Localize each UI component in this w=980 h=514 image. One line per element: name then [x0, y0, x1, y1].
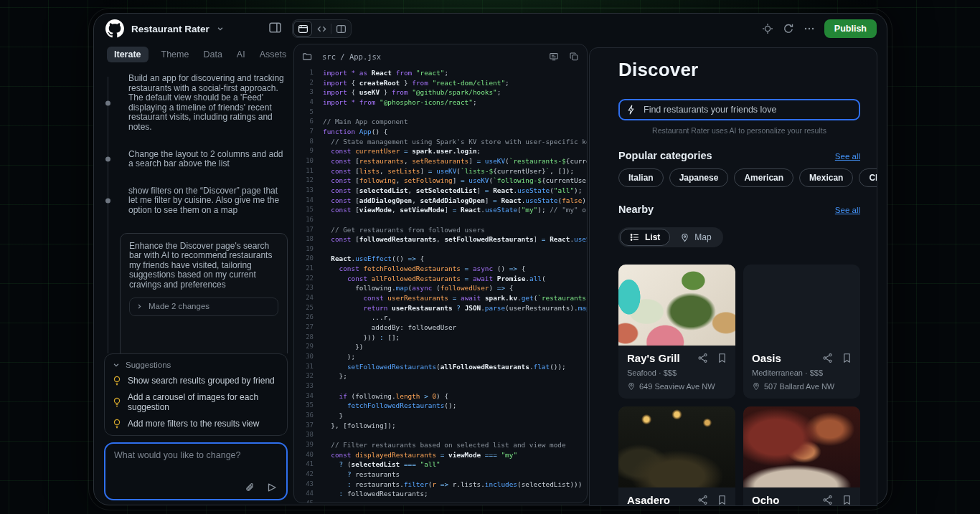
code-line: 14 const [addDialogOpen, setAddDialogOpe…: [294, 196, 587, 206]
suggestion-item[interactable]: Add more filters to the results view: [113, 419, 279, 429]
bookmark-icon[interactable]: [717, 495, 727, 505]
suggestions-title: Suggestions: [126, 361, 171, 369]
line-number: 25: [294, 303, 314, 313]
toggle-label: List: [645, 232, 660, 242]
share-icon[interactable]: [697, 353, 708, 363]
restaurant-card[interactable]: Ocho: [743, 406, 860, 506]
send-icon[interactable]: [266, 482, 278, 493]
split-view-icon[interactable]: [331, 21, 350, 37]
line-number: 29: [294, 342, 314, 352]
preview-icon[interactable]: [293, 21, 312, 37]
category-chip-japanese[interactable]: Japanese: [669, 168, 729, 187]
code-line: 1import * as React from "react";: [294, 68, 587, 78]
breadcrumb[interactable]: src / App.jsx: [322, 52, 539, 61]
refresh-icon[interactable]: [783, 23, 794, 34]
tab-data[interactable]: Data: [202, 47, 223, 62]
line-number: 39: [294, 440, 314, 450]
view-toggle-map[interactable]: Map: [670, 229, 721, 246]
code-line: 43 : restaurants.filter(r => r.lists.inc…: [294, 480, 587, 490]
code-text: const [following, setFollowing] = useKV(…: [323, 176, 587, 186]
app-title[interactable]: Restaurant Rater: [131, 24, 209, 34]
tab-assets[interactable]: Assets: [258, 47, 288, 62]
lightning-icon: [627, 105, 636, 115]
category-chip-mexican[interactable]: Mexican: [799, 168, 853, 187]
code-icon[interactable]: [312, 21, 331, 37]
folder-icon[interactable]: [302, 52, 312, 62]
list-icon: [630, 232, 640, 242]
line-number: 9: [294, 146, 314, 156]
format-icon[interactable]: [549, 52, 559, 62]
timeline-item[interactable]: Enhance the Discover page's search bar w…: [120, 233, 288, 353]
attach-icon[interactable]: [245, 482, 255, 493]
location-pin-icon: [627, 382, 636, 391]
line-number: 33: [294, 381, 314, 391]
timeline-item[interactable]: Build an app for discovering and trackin…: [128, 74, 288, 133]
code-line: 30 );: [294, 352, 587, 362]
copy-icon[interactable]: [569, 52, 579, 62]
nearby-see-all-link[interactable]: See all: [835, 206, 860, 214]
publish-button[interactable]: Publish: [824, 19, 877, 38]
code-text: const [selectedList, setSelectedList] = …: [323, 186, 587, 196]
line-number: 41: [294, 460, 314, 470]
restaurant-card[interactable]: OasisMediterranean · $$$507 Ballard Ave …: [743, 265, 860, 399]
app-window: Restaurant Rater: [93, 13, 887, 505]
code-line: 24 const userRestaurants = await spark.k…: [294, 293, 587, 303]
suggestion-item[interactable]: Add a carousel of images for each sugges…: [113, 392, 279, 412]
code-text: const displayedRestaurants = viewMode ==…: [323, 450, 587, 460]
bookmark-icon[interactable]: [842, 495, 852, 505]
tab-iterate[interactable]: Iterate: [107, 47, 149, 62]
timeline-item[interactable]: Change the layout to 2 columns and add a…: [128, 150, 288, 169]
view-toggle-list[interactable]: List: [620, 229, 670, 246]
code-text: ? restaurants: [323, 470, 587, 480]
chevron-down-icon: [113, 361, 120, 368]
tab-theme[interactable]: Theme: [160, 47, 191, 62]
timeline-prompt-text: Change the layout to 2 columns and add a…: [128, 150, 288, 169]
tab-ai[interactable]: AI: [235, 47, 247, 62]
code-line: 42 ? restaurants: [294, 470, 587, 480]
code-line: 8 // State management using Spark's KV s…: [294, 137, 587, 147]
chevron-down-icon[interactable]: [217, 25, 224, 32]
suggestions-header[interactable]: Suggestions: [113, 361, 279, 369]
timeline-dot: [105, 100, 110, 105]
code-text: }, [following]);: [323, 421, 587, 431]
code-text: const currentUser = spark.user.login;: [323, 146, 587, 156]
code-line: 23 following.map(async (followedUser) =>…: [294, 283, 587, 293]
code-line: 13 const [selectedList, setSelectedList]…: [294, 186, 587, 196]
share-icon[interactable]: [822, 495, 833, 505]
line-number: 45: [294, 499, 314, 503]
popular-see-all-link[interactable]: See all: [835, 152, 860, 161]
bookmark-icon[interactable]: [717, 353, 727, 363]
restaurant-card[interactable]: Asadero: [618, 406, 735, 506]
made-changes-expander[interactable]: Made 2 changes: [129, 298, 278, 316]
category-chip-american[interactable]: American: [734, 168, 793, 187]
code-line: 7function App() {: [294, 127, 587, 137]
sidebar-toggle-icon[interactable]: [268, 21, 282, 34]
share-icon[interactable]: [697, 495, 708, 505]
restaurant-card[interactable]: Ray's GrillSeafood · $$$649 Seaview Ave …: [618, 265, 735, 399]
line-number: 2: [294, 78, 314, 88]
share-icon[interactable]: [822, 353, 833, 363]
code-line: 19: [294, 244, 587, 254]
prompt-timeline[interactable]: Build an app for discovering and trackin…: [104, 74, 288, 353]
code-line: 20 React.useEffect(() => {: [294, 254, 587, 264]
bookmark-icon[interactable]: [842, 353, 852, 363]
target-icon[interactable]: [762, 23, 773, 34]
code-line: 17 // Get restaurants from followed user…: [294, 225, 587, 235]
more-options-icon[interactable]: [804, 23, 815, 34]
restaurant-name: Asadero: [627, 494, 697, 506]
category-chip-chinese[interactable]: Chinese: [859, 168, 877, 187]
timeline-item[interactable]: show filters on the “Discover” page that…: [128, 186, 288, 216]
code-text: import * as React from "react";: [323, 68, 587, 78]
line-number: 42: [294, 470, 314, 480]
line-number: 37: [294, 421, 314, 431]
code-line: 40 const displayedRestaurants = viewMode…: [294, 450, 587, 460]
category-chip-italian[interactable]: Italian: [618, 168, 664, 187]
line-number: 4: [294, 97, 314, 108]
code-line: 41 ? (selectedList === "all": [294, 460, 587, 470]
search-input[interactable]: [642, 104, 852, 115]
code-text: const [followedRestaurants, setFollowedR…: [323, 234, 587, 244]
code-area[interactable]: 1import * as React from "react";2import …: [294, 66, 587, 503]
code-text: const allFollowedRestaurants = await Pro…: [323, 274, 587, 284]
page-title: Discover: [618, 59, 860, 81]
suggestion-item[interactable]: Show search results grouped by friend: [113, 376, 279, 386]
